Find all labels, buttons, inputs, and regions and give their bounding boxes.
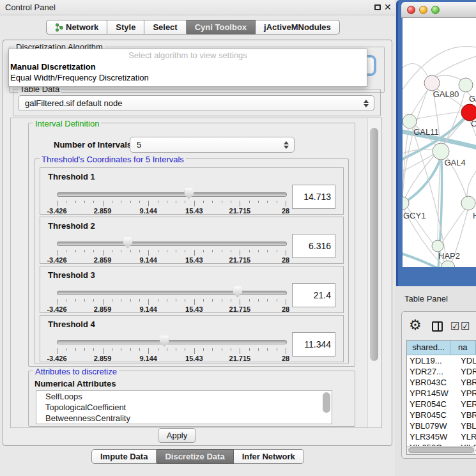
tab-infer-network[interactable]: Infer Network [234,449,304,464]
popup-item-manual-discretization[interactable]: Manual Discretization [9,61,367,72]
slider-track[interactable] [57,340,287,344]
tab-select[interactable]: Select [144,20,186,35]
table-row[interactable]: YER054CYER0 [407,399,476,410]
slider-thumb[interactable] [233,286,242,298]
tick-mark [139,250,140,252]
slider-thumb[interactable] [123,237,132,249]
control-panel-titlebar [0,0,395,15]
scale-label: 21.715 [229,305,251,313]
attribute-item-betweennesscentrality[interactable]: BetweennessCentrality [36,413,332,424]
table-row[interactable]: YPR145WYPR1 [407,388,476,399]
scale-label: 28 [282,207,289,215]
network-node-ga[interactable] [459,78,473,92]
table-data-combobox[interactable]: galFiltered.sif default node [18,95,374,111]
checkbox-icon[interactable]: ☑ [450,320,459,332]
table-row[interactable]: YDL19...YDL1 [407,355,476,366]
tick-mark [277,348,277,351]
close-icon[interactable]: ✕ [384,2,392,12]
attribute-item-selfloops[interactable]: SelfLoops [36,391,332,402]
slider-track[interactable] [57,242,287,246]
node-label: GAL11 [413,127,439,137]
table-row[interactable]: YBR045CYBR0 [407,410,476,420]
scale-label: 2.859 [94,207,112,215]
tab-jactivemnodules[interactable]: jActiveMNodules [256,20,340,35]
slider-scale: -3.4262.8599.14415.4321.71528 [57,207,286,215]
slider-scale: -3.4262.8599.14415.4321.71528 [57,355,286,362]
table-row[interactable]: YDR27...YDR2 [407,366,476,377]
checkbox-icon[interactable]: ☑ [461,320,470,332]
table-header-2[interactable]: na [450,341,476,355]
tab-discretize-data[interactable]: Discretize Data [157,449,233,464]
threshold-value-field[interactable]: 14.713 [292,185,335,209]
numerical-attributes-list[interactable]: SelfLoopsTopologicalCoefficientBetweenne… [36,390,332,424]
threshold-slider[interactable] [57,236,286,249]
tick-mark [185,348,185,351]
vertical-scrollbar-thumb[interactable] [370,128,378,361]
table-row[interactable]: YLR345WYLR3 [407,431,476,442]
network-node-gal80[interactable] [424,75,440,91]
table-cell: YBR0 [458,410,476,420]
apply-button[interactable]: Apply [158,428,196,443]
threshold-value-field[interactable]: 11.344 [292,332,335,357]
node-label: HAP2 [438,251,460,261]
scale-label: 9.144 [139,207,157,215]
tab-style[interactable]: Style [107,20,144,35]
network-node-h[interactable] [461,196,475,210]
network-node-gal11[interactable] [403,114,417,128]
table-row[interactable]: YBR043CYBR0 [407,377,476,388]
node-label: H [473,211,476,220]
threshold-slider[interactable] [57,286,286,298]
tick-mark [93,348,94,351]
thresholds-group-label: Threshold's Coordinates for 5 Intervals [40,155,186,164]
tick-mark [148,250,149,256]
zoom-traffic-light-icon[interactable] [431,6,440,14]
threshold-panel-3: Threshold 3-3.4262.8599.14415.4321.71528… [40,266,344,313]
network-node-hap2[interactable] [432,240,443,252]
tick-mark [93,250,94,252]
slider-ticks [57,201,286,207]
close-traffic-light-icon[interactable] [407,6,415,14]
network-canvas[interactable]: GAL80GACGAL11GAL4GCY1HHAP2 [403,18,476,267]
tick-mark [267,348,268,351]
table-header-1[interactable]: shared... [407,341,450,355]
tab-network[interactable]: Network [46,20,107,35]
minimize-traffic-light-icon[interactable] [419,6,427,14]
attribute-item-topologicalcoefficient[interactable]: TopologicalCoefficient [36,402,332,413]
threshold-slider[interactable] [57,335,286,348]
scale-label: 15.43 [185,256,203,264]
threshold-slider[interactable] [57,187,286,200]
node-attribute-table[interactable]: shared...na YDL19...YDL1YDR27...YDR2YBR0… [406,340,476,455]
table-row[interactable]: YBL079WYBL0 [407,420,476,431]
tick-mark [194,201,195,206]
gear-icon[interactable]: ⚙ [409,317,422,333]
slider-thumb[interactable] [184,188,194,199]
threshold-value-field[interactable]: 6.316 [292,234,335,258]
float-window-icon[interactable] [374,4,381,10]
tab-cyni-toolbox[interactable]: Cyni Toolbox [187,20,256,35]
tab-impute-data[interactable]: Impute Data [91,449,157,464]
number-of-intervals-combobox[interactable]: 5 [130,137,295,153]
tick-mark [57,201,58,206]
slider-thumb[interactable] [160,335,169,347]
list-scrollbar-thumb[interactable] [323,392,330,413]
table-cell: YPR1 [458,388,476,399]
network-window-titlebar [401,2,476,18]
tick-mark [121,348,121,351]
tick-mark [130,250,131,252]
slider-track[interactable] [57,192,287,197]
column-chooser-icon[interactable] [432,321,443,332]
scale-label: 28 [282,256,289,264]
node-label: GCY1 [403,211,426,220]
threshold-panel-4: Threshold 4-3.4262.8599.14415.4321.71528… [40,315,344,362]
tick-mark [185,201,185,203]
table-panel-title: Table Panel [404,294,448,303]
tick-mark [139,201,140,203]
popup-item-equal-width-frequency-discretization[interactable]: Equal Width/Frequency Discretization [9,72,367,83]
network-node[interactable] [441,261,455,267]
horizontal-scrollbar-thumb[interactable] [408,447,474,453]
slider-track[interactable] [57,291,287,295]
tick-mark [93,299,94,302]
threshold-value-field[interactable]: 21.4 [292,283,335,307]
tick-mark [103,201,104,206]
tick-mark [194,348,195,354]
